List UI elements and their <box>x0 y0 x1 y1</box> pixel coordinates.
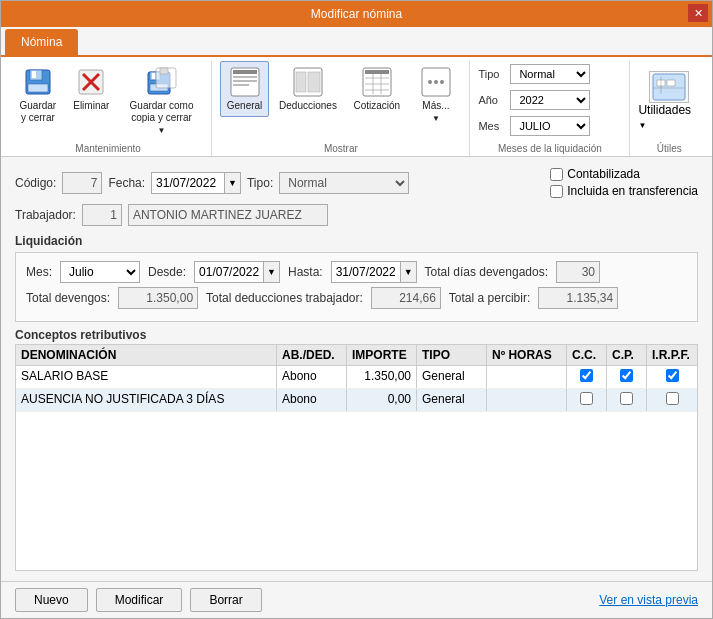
row2-cc-cb[interactable] <box>580 392 593 405</box>
row1-irpf <box>647 366 697 388</box>
liquidacion-title: Liquidación <box>15 234 698 248</box>
fecha-dropdown[interactable]: ▼ <box>224 173 240 193</box>
conceptos-section: Conceptos retributivos DENOMINACIÓN AB./… <box>15 328 698 571</box>
mes-select[interactable]: JULIO <box>510 116 590 136</box>
window-title: Modificar nómina <box>311 7 402 21</box>
save-copy-close-button[interactable]: Guardar comocopia y cerrar ▼ <box>120 61 203 141</box>
contabilizada-label: Contabilizada <box>567 167 640 181</box>
conceptos-title: Conceptos retributivos <box>15 328 698 342</box>
dias-input[interactable] <box>556 261 600 283</box>
save-close-label: Guardary cerrar <box>20 100 57 124</box>
delete-button[interactable]: Eliminar <box>67 61 116 117</box>
mostrar-buttons: General Deducciones <box>220 61 461 141</box>
desde-dropdown[interactable]: ▼ <box>263 262 279 282</box>
row1-denominacion: SALARIO BASE <box>16 366 277 388</box>
tipo-select[interactable]: Normal <box>510 64 590 84</box>
ano-select[interactable]: 2022 <box>510 90 590 110</box>
tab-nomina[interactable]: Nómina <box>5 29 78 55</box>
ano-label: Año <box>478 94 506 106</box>
trabajador-id-input[interactable] <box>82 204 122 226</box>
form-row-2: Trabajador: <box>15 204 698 226</box>
general-button[interactable]: General <box>220 61 269 117</box>
row2-cp-cb[interactable] <box>620 392 633 405</box>
tipo-form-select[interactable]: Normal <box>279 172 409 194</box>
deducciones-button[interactable]: Deducciones <box>273 61 343 117</box>
mes-liq-label: Mes: <box>26 265 52 279</box>
mantenimiento-label: Mantenimiento <box>75 141 141 154</box>
desde-input[interactable] <box>195 263 263 281</box>
row2-ab-ded: Abono <box>277 389 347 411</box>
deducciones-icon <box>292 66 324 98</box>
cotizacion-label: Cotización <box>353 100 400 112</box>
transferencia-label: Incluida en transferencia <box>567 184 698 198</box>
codigo-input[interactable] <box>62 172 102 194</box>
mas-button[interactable]: Más... ▼ <box>411 61 462 129</box>
row2-denominacion: AUSENCIA NO JUSTIFICADA 3 DÍAS <box>16 389 277 411</box>
row2-irpf-cb[interactable] <box>666 392 679 405</box>
cotizacion-icon <box>361 66 393 98</box>
utilities-label: Utilidades ▼ <box>638 103 700 131</box>
row1-cc-cb[interactable] <box>580 369 593 382</box>
row2-irpf <box>647 389 697 411</box>
liq-row-2: Total devengos: Total deducciones trabaj… <box>26 287 687 309</box>
form-row-1: Código: Fecha: ▼ Tipo: Normal Contabiliz… <box>15 167 698 198</box>
total-percibir-input[interactable] <box>538 287 618 309</box>
svg-rect-17 <box>233 84 249 86</box>
svg-rect-34 <box>667 80 675 86</box>
svg-rect-3 <box>28 84 48 92</box>
main-window: Modificar nómina ✕ Nómina Gu <box>0 0 713 619</box>
trabajador-name-input[interactable] <box>128 204 328 226</box>
svg-rect-22 <box>365 70 389 74</box>
modificar-button[interactable]: Modificar <box>96 588 183 612</box>
hasta-input[interactable] <box>332 263 400 281</box>
mes-label: Mes <box>478 120 506 132</box>
save-close-button[interactable]: Guardary cerrar <box>13 61 63 129</box>
mas-icon <box>420 66 452 98</box>
row1-tipo: General <box>417 366 487 388</box>
row1-ab-ded: Abono <box>277 366 347 388</box>
desde-label: Desde: <box>148 265 186 279</box>
total-ded-label: Total deducciones trabajador: <box>206 291 363 305</box>
row1-cc <box>567 366 607 388</box>
col-horas: Nº HORAS <box>487 345 567 365</box>
fecha-label: Fecha: <box>108 176 145 190</box>
transferencia-checkbox[interactable] <box>550 185 563 198</box>
transferencia-row: Incluida en transferencia <box>550 184 698 198</box>
table-row[interactable]: AUSENCIA NO JUSTIFICADA 3 DÍAS Abono 0,0… <box>16 389 697 412</box>
table-header: DENOMINACIÓN AB./DED. IMPORTE TIPO Nº HO… <box>16 345 697 366</box>
utilities-icon <box>649 71 689 103</box>
table-row[interactable]: SALARIO BASE Abono 1.350,00 General <box>16 366 697 389</box>
ribbon-group-meses: Tipo Normal Año 2022 Mes JULIO <box>470 61 630 156</box>
row2-cp <box>607 389 647 411</box>
fecha-input[interactable] <box>152 174 224 192</box>
codigo-label: Código: <box>15 176 56 190</box>
mes-liq-select[interactable]: Julio <box>60 261 140 283</box>
save-icon <box>22 66 54 98</box>
col-denominacion: DENOMINACIÓN <box>16 345 277 365</box>
utilities-button[interactable]: Utilidades ▼ <box>638 71 700 131</box>
row2-importe: 0,00 <box>347 389 417 411</box>
svg-point-31 <box>440 80 444 84</box>
row1-irpf-cb[interactable] <box>666 369 679 382</box>
total-devengos-label: Total devengos: <box>26 291 110 305</box>
nuevo-button[interactable]: Nuevo <box>15 588 88 612</box>
row2-cc <box>567 389 607 411</box>
cotizacion-button[interactable]: Cotización <box>347 61 406 117</box>
close-button[interactable]: ✕ <box>688 4 708 22</box>
contabilizada-checkbox[interactable] <box>550 168 563 181</box>
col-ab-ded: AB./DED. <box>277 345 347 365</box>
total-ded-input[interactable] <box>371 287 441 309</box>
vista-previa-link[interactable]: Ver en vista previa <box>599 593 698 607</box>
tipo-row: Tipo Normal <box>478 64 621 84</box>
dias-label: Total días devengados: <box>425 265 548 279</box>
col-cc: C.C. <box>567 345 607 365</box>
borrar-button[interactable]: Borrar <box>190 588 261 612</box>
ribbon-tabs: Nómina <box>1 27 712 57</box>
col-tipo: TIPO <box>417 345 487 365</box>
utiles-label: Útiles <box>657 141 682 154</box>
row2-horas <box>487 389 567 411</box>
mas-label: Más... ▼ <box>418 100 455 124</box>
total-devengos-input[interactable] <box>118 287 198 309</box>
hasta-dropdown[interactable]: ▼ <box>400 262 416 282</box>
row1-cp-cb[interactable] <box>620 369 633 382</box>
